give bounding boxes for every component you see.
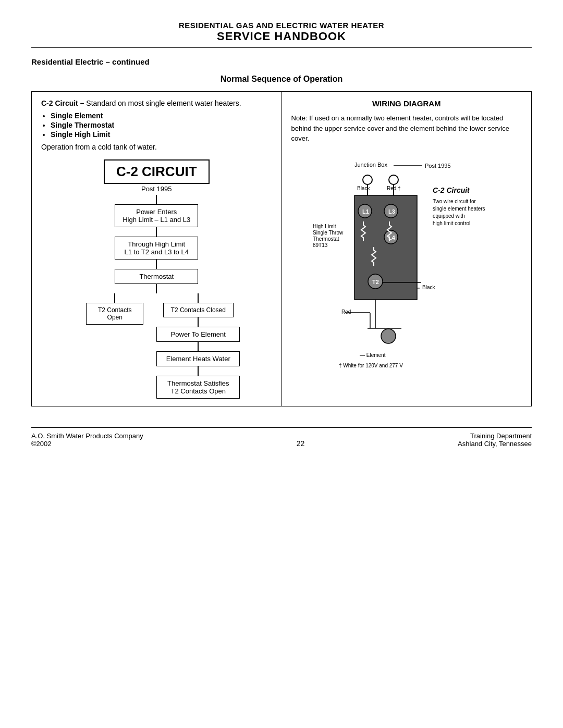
footer: A.O. Smith Water Products Company ©2002 … (31, 427, 532, 448)
svg-point-29 (381, 329, 396, 343)
svg-text:L1: L1 (362, 208, 369, 215)
svg-text:Black: Black (357, 186, 370, 191)
svg-point-5 (389, 175, 398, 184)
svg-text:High Limit: High Limit (313, 224, 336, 229)
page-header: RESIDENTIAL GAS AND ELECTRIC WATER HEATE… (31, 21, 532, 43)
bullet-list: Single Element Single Thermostat Single … (51, 112, 272, 139)
connector-6 (198, 342, 199, 351)
svg-text:C-2 Circuit: C-2 Circuit (433, 186, 470, 194)
c2-circuit-box: C-2 CIRCUIT Post 1995 (104, 159, 210, 193)
wiring-note: Note: If used on a normally two element … (291, 113, 522, 144)
main-content-table: C-2 Circuit – Standard on most single el… (31, 91, 532, 406)
connector-2 (156, 227, 157, 237)
c2-label: C-2 Circuit – (41, 99, 84, 107)
t2-contacts-open-box: T2 Contacts Open (86, 303, 143, 325)
svg-text:— Element: — Element (360, 352, 386, 358)
svg-point-4 (363, 175, 372, 184)
svg-text:† White for 120V and 277 V: † White for 120V and 277 V (339, 363, 403, 368)
c2-sub-label: Post 1995 (104, 185, 210, 193)
header-divider (31, 47, 532, 48)
footer-right: Training Department Ashland City, Tennes… (458, 432, 532, 448)
t2-contacts-closed-box: T2 Contacts Closed (163, 303, 234, 317)
connector-7 (198, 366, 199, 376)
footer-dept: Training Department (458, 432, 532, 440)
svg-text:Red: Red (341, 309, 351, 315)
high-limit-box: Through High Limit L1 to T2 and L3 to L4 (115, 237, 198, 260)
svg-text:equipped with: equipped with (433, 213, 465, 219)
svg-text:Black: Black (422, 285, 435, 290)
section-subtitle: Residential Electric – continued (31, 57, 532, 66)
svg-text:single element heaters: single element heaters (433, 206, 485, 212)
connector-4 (156, 284, 157, 293)
footer-page-number: 22 (297, 439, 305, 448)
wiring-diagram: Junction Box Post 1995 C-2 Circuit Black… (291, 151, 522, 370)
flow-diagram: C-2 CIRCUIT Post 1995 Power Enters High … (41, 159, 272, 399)
connector-5 (198, 317, 199, 327)
footer-company: A.O. Smith Water Products Company (31, 432, 143, 440)
bullet-single-element: Single Element (51, 112, 272, 120)
right-column: WIRING DIAGRAM Note: If used on a normal… (282, 92, 532, 406)
svg-text:Two wire circuit for: Two wire circuit for (433, 199, 476, 204)
main-title: SERVICE HANDBOOK (31, 30, 532, 43)
thermostat-satisfies-box: Thermostat Satisfies T2 Contacts Open (156, 376, 240, 399)
element-heats-water-box: Element Heats Water (156, 351, 240, 366)
svg-text:Thermostat: Thermostat (313, 236, 339, 242)
svg-text:T2: T2 (372, 279, 379, 285)
top-title: RESIDENTIAL GAS AND ELECTRIC WATER HEATE… (31, 21, 532, 30)
footer-year: ©2002 (31, 440, 143, 448)
power-enters-box: Power Enters High Limit – L1 and L3 (115, 204, 198, 227)
bullet-single-high-limit: Single High Limit (51, 130, 272, 139)
footer-left: A.O. Smith Water Products Company ©2002 (31, 432, 143, 448)
svg-text:Post 1995: Post 1995 (425, 163, 451, 169)
svg-text:Junction Box: Junction Box (354, 162, 387, 168)
cold-tank-text: Operation from a cold tank of water. (41, 143, 272, 151)
svg-text:89T13: 89T13 (313, 242, 328, 248)
connector-3 (156, 260, 157, 269)
wiring-title: WIRING DIAGRAM (291, 99, 522, 108)
section-title: Normal Sequence of Operation (31, 75, 532, 84)
thermostat-box: Thermostat (115, 269, 198, 284)
svg-text:high limit control: high limit control (433, 220, 470, 226)
footer-city: Ashland City, Tennessee (458, 440, 532, 448)
c2-big-label: C-2 CIRCUIT (104, 159, 210, 184)
connector-1 (156, 195, 157, 204)
wiring-svg: Junction Box Post 1995 C-2 Circuit Black… (308, 151, 506, 370)
left-column: C-2 Circuit – Standard on most single el… (32, 92, 282, 406)
power-to-element-box: Power To Element (156, 327, 240, 342)
svg-text:Single Throw: Single Throw (313, 230, 344, 236)
bullet-single-thermostat: Single Thermostat (51, 121, 272, 129)
c2-description: C-2 Circuit – Standard on most single el… (41, 99, 272, 107)
svg-text:L3: L3 (388, 208, 395, 215)
